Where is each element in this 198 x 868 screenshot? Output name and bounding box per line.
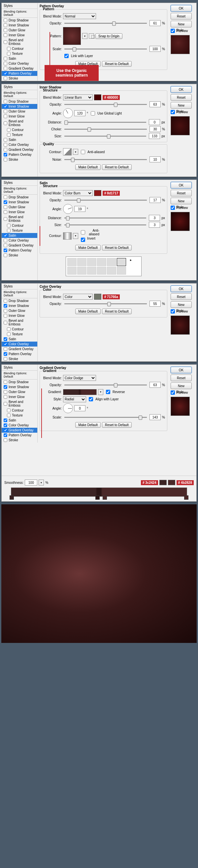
- checkbox[interactable]: [4, 72, 7, 75]
- gradient-dropdown-icon[interactable]: ▾: [98, 389, 103, 395]
- preview-checkbox[interactable]: [171, 110, 175, 114]
- checkbox[interactable]: [4, 57, 7, 60]
- style-drop-shadow[interactable]: Drop Shadow: [2, 18, 37, 23]
- style-gradient-overlay[interactable]: Gradient Overlay: [2, 428, 37, 433]
- size-input[interactable]: [149, 133, 160, 139]
- ok-button[interactable]: OK: [171, 5, 192, 11]
- opacity-slider[interactable]: [64, 303, 147, 304]
- contour-dropdown-icon[interactable]: ▾: [73, 233, 78, 239]
- align-layer-checkbox[interactable]: [89, 397, 93, 401]
- ok-button[interactable]: OK: [171, 285, 192, 292]
- smoothness-input[interactable]: [25, 479, 37, 486]
- style-satin[interactable]: Satin: [2, 56, 37, 61]
- angle-input[interactable]: [74, 405, 86, 411]
- reset-button[interactable]: Reset: [171, 293, 192, 300]
- link-with-layer-checkbox[interactable]: [64, 54, 69, 58]
- contour-option[interactable]: [107, 267, 116, 275]
- make-default-button[interactable]: Make Default: [75, 245, 101, 250]
- blend-mode-select[interactable]: Normal: [63, 13, 96, 19]
- pattern-swatch[interactable]: [63, 27, 81, 45]
- checkbox[interactable]: [7, 52, 10, 56]
- style-texture[interactable]: Texture: [2, 51, 37, 56]
- blend-mode-select[interactable]: Linear Burn: [63, 94, 93, 100]
- angle-input[interactable]: [74, 206, 86, 212]
- contour-option[interactable]: [87, 267, 96, 275]
- new-style-button[interactable]: New Style...: [171, 102, 192, 108]
- contour-option[interactable]: [77, 258, 87, 266]
- reset-default-button[interactable]: Reset to Default: [102, 61, 132, 67]
- blending-options-default[interactable]: Blending Options: Default: [2, 9, 37, 18]
- checkbox[interactable]: [4, 76, 7, 80]
- checkbox[interactable]: [4, 40, 7, 44]
- contour-option[interactable]: [67, 258, 76, 266]
- snap-icon-button[interactable]: ⬚: [89, 33, 94, 39]
- contour-picker[interactable]: [63, 232, 72, 240]
- checkbox[interactable]: [4, 62, 7, 65]
- style-pattern-overlay[interactable]: Pattern Overlay: [2, 71, 37, 76]
- opacity-slider[interactable]: [64, 200, 147, 201]
- opacity-input[interactable]: [150, 301, 161, 307]
- size-slider[interactable]: [64, 136, 146, 136]
- style-bevel-emboss[interactable]: Bevel and Emboss: [2, 38, 37, 46]
- distance-input[interactable]: [149, 119, 160, 125]
- reverse-checkbox[interactable]: [106, 390, 110, 394]
- contour-option[interactable]: [77, 267, 87, 275]
- style-outer-glow[interactable]: Outer Glow: [2, 28, 37, 33]
- scale-input[interactable]: [150, 46, 161, 52]
- color-swatch[interactable]: [94, 294, 101, 300]
- gradient-stop[interactable]: [9, 495, 14, 500]
- contour-dropdown-icon[interactable]: ▾: [73, 149, 78, 155]
- contour-option[interactable]: [117, 267, 126, 275]
- contour-option[interactable]: [87, 258, 96, 266]
- style-color-overlay[interactable]: Color Overlay: [2, 61, 37, 66]
- color-swatch[interactable]: [94, 190, 101, 196]
- style-contour[interactable]: Contour: [2, 46, 37, 51]
- reset-button[interactable]: Reset: [171, 13, 192, 20]
- opacity-input[interactable]: [150, 101, 161, 107]
- reset-button[interactable]: Reset: [171, 94, 192, 101]
- distance-input[interactable]: [149, 215, 160, 221]
- noise-slider[interactable]: [64, 159, 147, 160]
- pattern-dropdown-icon[interactable]: ▾: [82, 33, 88, 39]
- blend-mode-select[interactable]: Color Burn: [63, 190, 93, 196]
- contour-option[interactable]: [107, 258, 116, 266]
- style-stroke[interactable]: Stroke: [2, 76, 37, 81]
- size-slider[interactable]: [64, 224, 146, 225]
- style-select[interactable]: Radial: [63, 396, 86, 402]
- noise-input[interactable]: [150, 156, 161, 162]
- choke-input[interactable]: [150, 126, 161, 132]
- scale-slider[interactable]: [64, 49, 147, 50]
- distance-slider[interactable]: [64, 122, 146, 123]
- gradient-stop[interactable]: [184, 495, 189, 500]
- ok-button[interactable]: OK: [171, 182, 192, 188]
- size-input[interactable]: [149, 222, 160, 228]
- reset-button[interactable]: Reset: [171, 190, 192, 196]
- global-light-checkbox[interactable]: [91, 111, 95, 116]
- contour-popup[interactable]: ▸: [66, 256, 141, 276]
- style-gradient-overlay[interactable]: Gradient Overlay: [2, 66, 37, 71]
- angle-dial[interactable]: [63, 403, 73, 413]
- style-color-overlay[interactable]: Color Overlay: [2, 342, 37, 346]
- make-default-button[interactable]: Make Default: [75, 164, 101, 170]
- ok-button[interactable]: OK: [171, 86, 192, 93]
- choke-slider[interactable]: [64, 129, 147, 130]
- contour-picker[interactable]: [63, 148, 72, 155]
- preview-checkbox[interactable]: [171, 309, 175, 313]
- preview-checkbox[interactable]: [171, 391, 175, 395]
- checkbox[interactable]: [4, 28, 7, 32]
- angle-input[interactable]: [74, 110, 86, 116]
- snap-to-origin-button[interactable]: Snap to Origin: [95, 33, 123, 39]
- style-inner-glow[interactable]: Inner Glow: [2, 33, 37, 38]
- contour-option-selected[interactable]: [117, 258, 126, 266]
- scale-slider[interactable]: [64, 417, 147, 418]
- angle-dial[interactable]: [63, 204, 73, 214]
- checkbox[interactable]: [4, 33, 7, 37]
- contour-option[interactable]: [97, 267, 106, 275]
- reset-default-button[interactable]: Reset to Default: [102, 164, 132, 170]
- antialias-checkbox[interactable]: [81, 230, 85, 235]
- gradient-track[interactable]: [11, 488, 187, 497]
- reset-default-button[interactable]: Reset to Default: [102, 309, 132, 314]
- blend-mode-select[interactable]: Color Dodge: [63, 375, 96, 381]
- angle-dial[interactable]: [63, 108, 73, 118]
- new-style-button[interactable]: New Style...: [171, 21, 192, 27]
